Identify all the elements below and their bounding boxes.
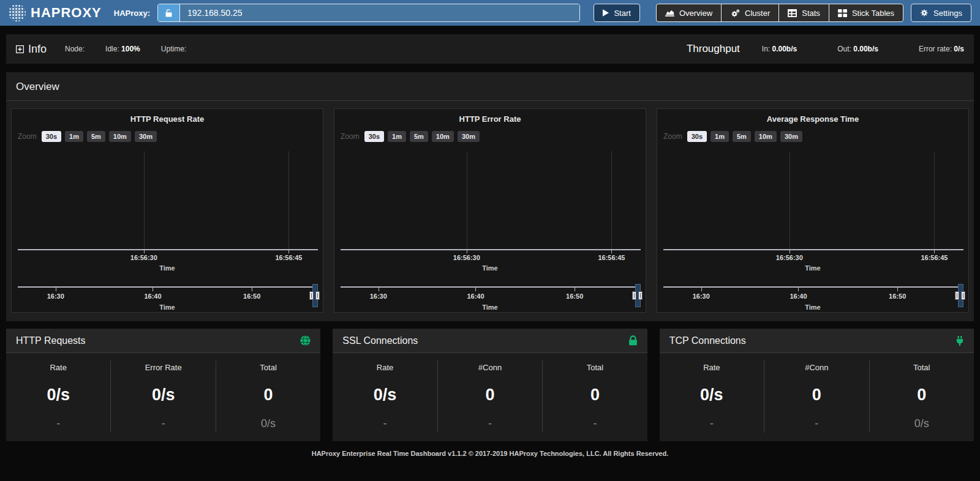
navigator-tick-label: 16:30 (47, 293, 64, 300)
chart-card-http-error-rate: HTTP Error Rate Zoom 30s 1m 5m 10m 30m 1… (334, 108, 646, 313)
stat-value: 0 (590, 386, 600, 405)
zoom-10m-button[interactable]: 10m (755, 131, 777, 142)
navigator-left-handle[interactable] (632, 291, 636, 300)
chart-card-average-response-time: Average Response Time Zoom 30s 1m 5m 10m… (657, 108, 969, 313)
stat-column-total: Total 0 0/s (216, 360, 320, 433)
zoom-30m-button[interactable]: 30m (458, 131, 480, 142)
stat-sub-value: 0/s (261, 417, 276, 430)
navigator-right-handle[interactable] (961, 291, 965, 300)
stat-sub-value: - (383, 417, 387, 430)
stat-sub-value: - (710, 417, 714, 430)
card-title: HTTP Requests (16, 335, 86, 346)
plot-area[interactable] (341, 151, 641, 249)
zoom-label: Zoom (663, 132, 682, 141)
navigator-right-handle[interactable] (315, 291, 320, 300)
navigator-axis-line (663, 286, 963, 288)
navigator-tick (897, 288, 898, 291)
stat-sub-value: - (56, 417, 60, 430)
stat-label: #Conn (805, 363, 828, 372)
stats-row: HTTP Requests Rate 0/s - Error Rate 0/ (6, 329, 974, 441)
zoom-1m-button[interactable]: 1m (65, 131, 83, 142)
zoom-5m-button[interactable]: 5m (733, 131, 751, 142)
haproxy-logo-icon (9, 4, 26, 21)
stat-value: 0/s (700, 386, 723, 405)
navigator-tick-label: 16:50 (889, 293, 906, 300)
navigator-tick-label: 16:40 (790, 293, 807, 300)
cogs-icon (730, 9, 740, 17)
stat-label: Rate (50, 363, 66, 372)
card-title: TCP Connections (669, 335, 746, 346)
navigator-tick-label: 16:50 (566, 293, 583, 300)
navigator-tick (252, 288, 252, 291)
stat-column-rate: Rate 0/s - (660, 360, 764, 433)
gridline (467, 151, 467, 249)
stat-label: Total (587, 363, 603, 372)
stat-column-error-rate: Error Rate 0/s - (110, 360, 215, 433)
chart-area-icon (665, 9, 674, 17)
stat-label: Total (913, 363, 930, 372)
start-button[interactable]: Start (594, 4, 639, 22)
stat-column-rate: Rate 0/s - (6, 360, 110, 433)
cluster-nav-button[interactable]: Cluster (721, 4, 779, 22)
tcp-connections-card: TCP Connections Rate 0/s - #Conn 0 - Tot… (660, 329, 974, 441)
zoom-30s-button[interactable]: 30s (687, 131, 707, 142)
plot-area[interactable] (663, 151, 963, 249)
navigator-tick (575, 288, 575, 291)
chart-title: Average Response Time (657, 114, 968, 124)
brand: HAPROXY (9, 4, 102, 21)
zoom-30m-button[interactable]: 30m (780, 131, 802, 142)
zoom-selector: Zoom 30s 1m 5m 10m 30m (18, 131, 157, 142)
address-input[interactable] (180, 4, 579, 21)
navigator-tick (56, 288, 56, 291)
expand-icon (16, 45, 24, 53)
brand-name: HAPROXY (31, 5, 102, 21)
stat-column-total: Total 0 - (542, 360, 647, 433)
zoom-30s-button[interactable]: 30s (42, 131, 61, 142)
top-navbar: HAPROXY HAProxy: Start Overview (0, 0, 980, 26)
settings-button[interactable]: Settings (911, 4, 971, 22)
navigator-tick-label: 16:30 (693, 293, 710, 300)
http-requests-card: HTTP Requests Rate 0/s - Error Rate 0/ (6, 329, 320, 441)
zoom-30m-button[interactable]: 30m (135, 131, 157, 142)
gridline (934, 151, 935, 249)
zoom-30s-button[interactable]: 30s (364, 131, 384, 142)
zoom-label: Zoom (18, 132, 37, 141)
chart-title: HTTP Request Rate (12, 114, 323, 124)
x-axis-title: Time (334, 264, 646, 272)
overview-nav-button[interactable]: Overview (656, 4, 722, 22)
plug-icon (956, 336, 964, 346)
view-switch-group: Overview (656, 4, 903, 22)
stat-value: 0/s (47, 386, 70, 405)
stick-tables-nav-button[interactable]: Stick Tables (829, 4, 903, 22)
card-body: Rate 0/s - #Conn 0 - Total 0 - (333, 353, 647, 441)
x-axis-tick (611, 250, 612, 253)
zoom-5m-button[interactable]: 5m (410, 131, 428, 142)
x-axis-line (341, 249, 641, 250)
x-axis-tick-label: 16:56:45 (598, 254, 625, 261)
zoom-1m-button[interactable]: 1m (388, 131, 406, 142)
navigator-left-handle[interactable] (955, 291, 959, 300)
stats-nav-button[interactable]: Stats (778, 4, 829, 22)
zoom-1m-button[interactable]: 1m (710, 131, 729, 142)
lock-icon (628, 335, 638, 346)
navigator-tick-label: 16:40 (144, 293, 161, 300)
stat-value: 0 (264, 386, 273, 405)
info-expand-toggle[interactable]: Info (16, 43, 47, 56)
zoom-10m-button[interactable]: 10m (432, 131, 454, 142)
stat-column-rate: Rate 0/s - (333, 360, 437, 433)
navigator-tick (701, 288, 702, 291)
stat-value: 0 (485, 386, 494, 405)
plot-area[interactable] (18, 151, 318, 249)
info-bar: Info Node: Idle: 100% Uptime: Throughput… (6, 34, 974, 64)
zoom-selector: Zoom 30s 1m 5m 10m 30m (663, 131, 802, 142)
stat-label: Total (260, 363, 276, 372)
stat-label: #Conn (478, 363, 502, 372)
navigator-right-handle[interactable] (638, 291, 643, 300)
zoom-10m-button[interactable]: 10m (109, 131, 131, 142)
unlock-button[interactable] (158, 4, 180, 21)
zoom-5m-button[interactable]: 5m (87, 131, 105, 142)
gridline (790, 151, 790, 249)
footer-copyright: HAProxy Enterprise Real Time Dashboard v… (0, 450, 980, 457)
navigator-left-handle[interactable] (309, 291, 314, 300)
stat-column-conn: #Conn 0 - (764, 360, 869, 433)
